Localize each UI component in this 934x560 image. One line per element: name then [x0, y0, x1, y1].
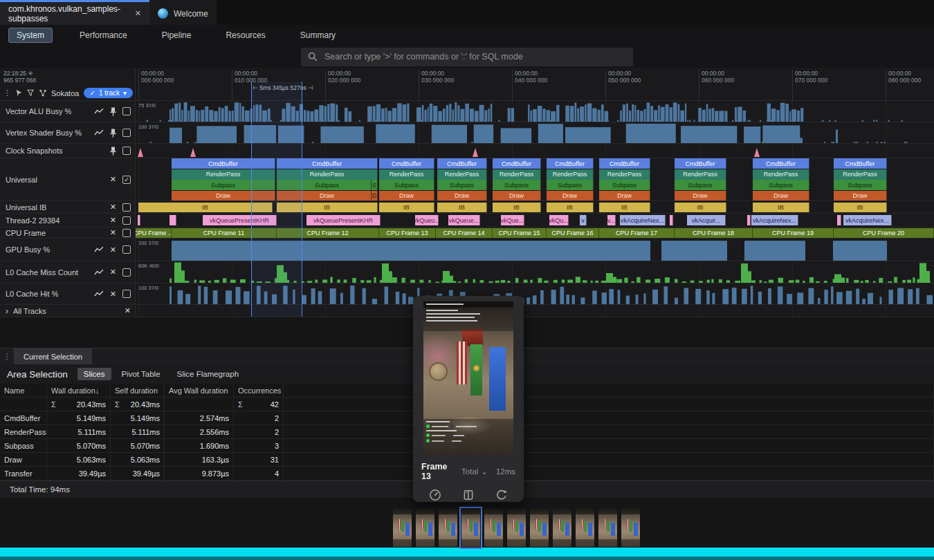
counter-wave[interactable]	[136, 239, 934, 261]
slice-cmdbuffer[interactable]: CmdBuffer	[379, 158, 434, 169]
slice-renderpass[interactable]: RenderPass	[547, 169, 594, 180]
slice-ib[interactable]: IB	[493, 203, 541, 212]
frame-thumbnail[interactable]	[576, 509, 594, 547]
slice-cpu-frame[interactable]: CPU Frame 18	[675, 228, 753, 238]
track-chart[interactable]: 60K 40/0	[136, 261, 934, 283]
slice-thread[interactable]	[837, 215, 841, 225]
track-checkbox[interactable]	[122, 203, 131, 212]
more-dots-icon[interactable]: ⋮	[3, 88, 11, 97]
frame-preview-image[interactable]	[423, 301, 513, 455]
remove-track-icon[interactable]: ✕	[110, 216, 116, 225]
counter-wave[interactable]	[136, 283, 934, 304]
slice-renderpass[interactable]: RenderPass	[834, 169, 887, 180]
frame-thumbnail[interactable]	[530, 509, 549, 547]
slice-subpass[interactable]: Subpass	[172, 180, 275, 190]
slice-vkacquir[interactable]: vkAcquir...	[687, 215, 726, 225]
remove-track-icon[interactable]: ✕	[125, 306, 131, 315]
slice-cmdbuffer[interactable]: CmdBuffer	[834, 158, 887, 169]
slice-subpass[interactable]: Subpass	[834, 180, 887, 190]
slice-cpu-frame[interactable]: CPU Frame 15	[493, 228, 547, 238]
column-header[interactable]: Avg Wall duration	[165, 384, 234, 397]
selection-tab-pivot-table[interactable]: Pivot Table	[116, 368, 167, 380]
track-checkbox-checked[interactable]: ✓	[122, 176, 131, 184]
slice-subpass[interactable]: Subpass	[599, 180, 650, 190]
slice-draw[interactable]: Draw	[379, 191, 434, 201]
slice-thread[interactable]	[170, 215, 176, 225]
clock-snapshot-marker[interactable]	[190, 148, 196, 157]
nav-tab-performance[interactable]: Performance	[72, 28, 135, 42]
clock-snapshot-marker[interactable]	[473, 148, 478, 157]
filter-icon[interactable]	[27, 89, 35, 97]
frame-thumbnail[interactable]	[598, 509, 617, 547]
track-checkbox[interactable]	[122, 147, 131, 155]
trend-icon[interactable]	[94, 108, 104, 115]
remove-track-icon[interactable]: ✕	[110, 228, 116, 237]
slice-draw[interactable]: Draw	[493, 191, 541, 201]
remove-track-icon[interactable]: ✕	[110, 290, 116, 299]
slice-renderpass[interactable]: RenderPass	[437, 169, 487, 180]
frame-thumbnail[interactable]	[553, 509, 571, 547]
slice-subpass[interactable]: Subpass	[493, 180, 541, 190]
track-chart[interactable]: CPU Frame ...CPU Frame 11CPU Frame 12CPU…	[136, 227, 934, 238]
clock-snapshot-marker[interactable]	[754, 148, 760, 157]
track-chart[interactable]	[136, 144, 934, 158]
slice-subpass[interactable]: Subpass	[379, 180, 434, 190]
close-icon[interactable]: ✕	[135, 9, 141, 18]
slice-renderpass[interactable]: RenderPass	[753, 169, 809, 180]
track-filter-pill[interactable]: ✓ 1 track ▾	[84, 88, 133, 98]
frame-thumbnail[interactable]	[507, 509, 526, 547]
slice-vkqu[interactable]: vkQu...	[549, 215, 569, 225]
counter-wave[interactable]	[136, 101, 934, 122]
slice-cmdbuffer[interactable]: CmdBuffer	[675, 158, 726, 169]
slice-ib[interactable]: IB	[675, 203, 726, 212]
track-chart[interactable]: vkQueuePresentKHRvkQueuePresentKHRvkQueu…	[136, 214, 934, 227]
pin-icon[interactable]	[110, 107, 116, 116]
track-chart[interactable]: IBIBIBIBIBIBIBIBIBIB	[136, 201, 934, 213]
slice-draw[interactable]: Draw	[834, 191, 887, 201]
track-chart[interactable]: 100 37/0	[136, 239, 934, 261]
track-checkbox[interactable]	[122, 290, 131, 298]
slice-subpass[interactable]: Subpass	[437, 180, 487, 190]
slice-vkqueuepresentkhr[interactable]: vkQueuePresentKHR	[203, 215, 277, 225]
slice-draw[interactable]: Draw	[599, 191, 650, 201]
track-checkbox[interactable]	[122, 216, 131, 225]
slice-cmdbuffer[interactable]: CmdBuffer	[277, 158, 378, 169]
slice-vkqueuepresentkhr[interactable]: vkQueuePresentKHR	[306, 215, 381, 225]
performance-gauge-button[interactable]	[427, 487, 443, 503]
nav-tab-summary[interactable]: Summary	[293, 28, 343, 42]
selection-tab-slices[interactable]: Slices	[77, 368, 111, 380]
slice-v[interactable]: v...	[607, 215, 616, 225]
clock-snapshot-marker[interactable]	[138, 148, 143, 157]
counter-wave[interactable]	[136, 122, 934, 143]
column-header[interactable]: Occurrences	[234, 384, 284, 397]
chevron-right-icon[interactable]: ›	[6, 306, 8, 316]
column-header[interactable]: Name	[0, 384, 47, 397]
slice-cpu-frame[interactable]: CPU Frame 16	[547, 228, 599, 238]
slice-subpass[interactable]: Subpass	[547, 180, 594, 190]
frame-thumbnail[interactable]	[461, 509, 480, 547]
pin-icon[interactable]	[110, 129, 116, 138]
search-input[interactable]: Search or type '>' for commands or ':' f…	[301, 48, 633, 66]
report-button[interactable]	[460, 487, 477, 503]
slice-subpass[interactable]: Subpass	[675, 180, 726, 190]
track-chart[interactable]: CmdBufferRenderPassSubpassDrawCmdBufferR…	[136, 158, 934, 200]
slice-renderpass[interactable]: RenderPass	[277, 169, 378, 180]
slice-cpu-frame[interactable]: CPU Frame ...	[136, 228, 172, 238]
frame-thumbnail[interactable]	[621, 509, 640, 547]
slice-cpu-frame[interactable]: CPU Frame 19	[753, 228, 834, 238]
process-graph-icon[interactable]	[39, 89, 47, 97]
remove-track-icon[interactable]: ✕	[110, 245, 116, 254]
slice-cpu-frame[interactable]: CPU Frame 20	[834, 228, 934, 238]
trend-icon[interactable]	[94, 129, 104, 136]
slice-draw[interactable]: Draw	[753, 191, 809, 201]
slice-subpass[interactable]: Subpass	[277, 180, 378, 190]
slice-cmdbuffer[interactable]: CmdBuffer	[599, 158, 650, 169]
slice-ib[interactable]: IB	[379, 203, 434, 212]
tab-trace[interactable]: com.khronos.vulkan_samples-subpasses ✕	[0, 0, 149, 25]
nav-tab-resources[interactable]: Resources	[218, 28, 273, 42]
slice-draw[interactable]: Draw	[547, 191, 594, 201]
slice-ib[interactable]: IB	[834, 203, 887, 212]
selection-span-bar[interactable]	[0, 548, 934, 560]
slice-ib[interactable]: IB	[599, 203, 650, 212]
remove-track-icon[interactable]: ✕	[110, 175, 116, 184]
